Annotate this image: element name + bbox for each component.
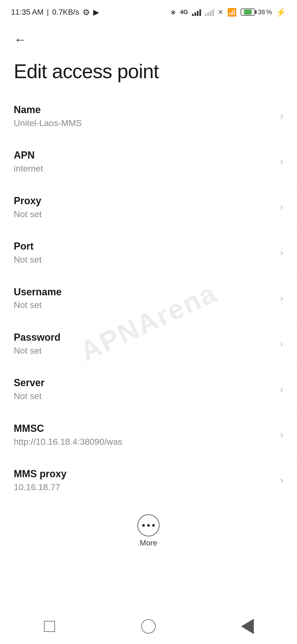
wifi-icon: 📶 xyxy=(227,8,237,17)
chevron-right-icon: › xyxy=(280,201,283,213)
settings-item-content: MMSChttp://10.16.18.4:38090/was xyxy=(14,422,274,447)
recent-apps-icon xyxy=(44,621,55,632)
settings-item[interactable]: PortNot set› xyxy=(0,230,297,275)
status-right: ∗ 4G ✕ 📶 38 % ⚡ xyxy=(170,7,286,17)
home-button[interactable] xyxy=(135,615,162,637)
settings-item[interactable]: UsernameNot set› xyxy=(0,276,297,321)
battery-percent-sign: % xyxy=(266,8,272,16)
home-icon xyxy=(141,619,156,634)
speed-display: | xyxy=(47,8,49,17)
network-4g-icon: 4G xyxy=(180,9,188,16)
settings-item-label: Name xyxy=(14,103,274,116)
settings-list: NameUnitel-Laos-MMS›APNinternet›ProxyNot… xyxy=(0,94,297,503)
settings-item-label: APN xyxy=(14,149,274,162)
page-title: Edit access point xyxy=(14,60,283,83)
settings-item-value: http://10.16.18.4:38090/was xyxy=(14,436,274,448)
settings-item-label: Server xyxy=(14,376,274,389)
chevron-right-icon: › xyxy=(280,429,283,441)
settings-item-value: Not set xyxy=(14,299,274,311)
settings-item-content: PasswordNot set xyxy=(14,331,274,356)
network-speed: 0.7KB/s xyxy=(52,8,79,17)
back-button[interactable]: ← xyxy=(11,30,30,49)
time-display: 11:35 AM xyxy=(11,8,43,17)
settings-item-label: Proxy xyxy=(14,195,274,208)
navigation-bar xyxy=(0,608,297,644)
settings-item-label: MMS proxy xyxy=(14,468,274,481)
chevron-right-icon: › xyxy=(280,247,283,258)
chevron-right-icon: › xyxy=(280,338,283,350)
more-dots xyxy=(142,524,155,527)
settings-item-content: MMS proxy10.16.18.77 xyxy=(14,468,274,493)
chevron-right-icon: › xyxy=(280,293,283,304)
dot-1 xyxy=(142,524,145,527)
more-button[interactable]: More xyxy=(138,514,160,547)
chevron-right-icon: › xyxy=(280,156,283,168)
status-left: 11:35 AM | 0.7KB/s ⚙ ▶ xyxy=(11,7,99,17)
settings-item-label: MMSC xyxy=(14,422,274,435)
settings-item-value: Not set xyxy=(14,391,274,402)
battery-percent: 38 xyxy=(258,8,265,16)
recent-apps-button[interactable] xyxy=(36,615,63,637)
charging-icon: ⚡ xyxy=(276,7,286,17)
settings-item-value: 10.16.18.77 xyxy=(14,482,274,493)
bluetooth-icon: ∗ xyxy=(170,8,176,17)
settings-item[interactable]: PasswordNot set› xyxy=(0,321,297,367)
chevron-right-icon: › xyxy=(280,110,283,122)
signal-bars-2 xyxy=(205,8,214,16)
back-arrow-icon: ← xyxy=(14,33,27,46)
more-label: More xyxy=(140,539,157,547)
battery-indicator: 38 % xyxy=(241,8,272,16)
more-circle-icon xyxy=(138,514,160,536)
settings-item-label: Password xyxy=(14,331,274,344)
settings-item[interactable]: MMS proxy10.16.18.77› xyxy=(0,458,297,503)
video-icon: ▶ xyxy=(93,8,99,17)
settings-item[interactable]: MMSChttp://10.16.18.4:38090/was› xyxy=(0,412,297,458)
back-nav-button[interactable] xyxy=(234,615,261,637)
status-bar: 11:35 AM | 0.7KB/s ⚙ ▶ ∗ 4G ✕ 📶 38 xyxy=(0,0,297,22)
settings-item-value: Not set xyxy=(14,345,274,357)
settings-item-value: internet xyxy=(14,163,274,174)
back-nav-icon xyxy=(241,619,254,634)
settings-item[interactable]: APNinternet› xyxy=(0,139,297,184)
settings-item[interactable]: ProxyNot set› xyxy=(0,185,297,230)
settings-item-content: APNinternet xyxy=(14,149,274,174)
content-area: NameUnitel-Laos-MMS›APNinternet›ProxyNot… xyxy=(0,94,297,608)
settings-item-value: Not set xyxy=(14,254,274,266)
dot-2 xyxy=(147,524,150,527)
settings-item-label: Port xyxy=(14,240,274,253)
settings-item-content: ProxyNot set xyxy=(14,195,274,220)
signal-bars-1 xyxy=(192,8,201,16)
settings-item-content: PortNot set xyxy=(14,240,274,265)
page-title-area: Edit access point xyxy=(0,54,297,94)
settings-item[interactable]: ServerNot set› xyxy=(0,367,297,412)
settings-icon: ⚙ xyxy=(82,7,90,17)
chevron-right-icon: › xyxy=(280,474,283,486)
settings-item[interactable]: NameUnitel-Laos-MMS› xyxy=(0,94,297,139)
settings-item-value: Unitel-Laos-MMS xyxy=(14,118,274,129)
dot-3 xyxy=(152,524,155,527)
settings-item-content: ServerNot set xyxy=(14,376,274,402)
back-button-area: ← xyxy=(0,22,297,54)
settings-item-value: Not set xyxy=(14,209,274,220)
chevron-right-icon: › xyxy=(280,384,283,395)
settings-item-label: Username xyxy=(14,286,274,299)
settings-item-content: NameUnitel-Laos-MMS xyxy=(14,103,274,129)
no-signal-icon: ✕ xyxy=(218,8,223,16)
more-button-area: More xyxy=(0,503,297,553)
settings-item-content: UsernameNot set xyxy=(14,286,274,311)
